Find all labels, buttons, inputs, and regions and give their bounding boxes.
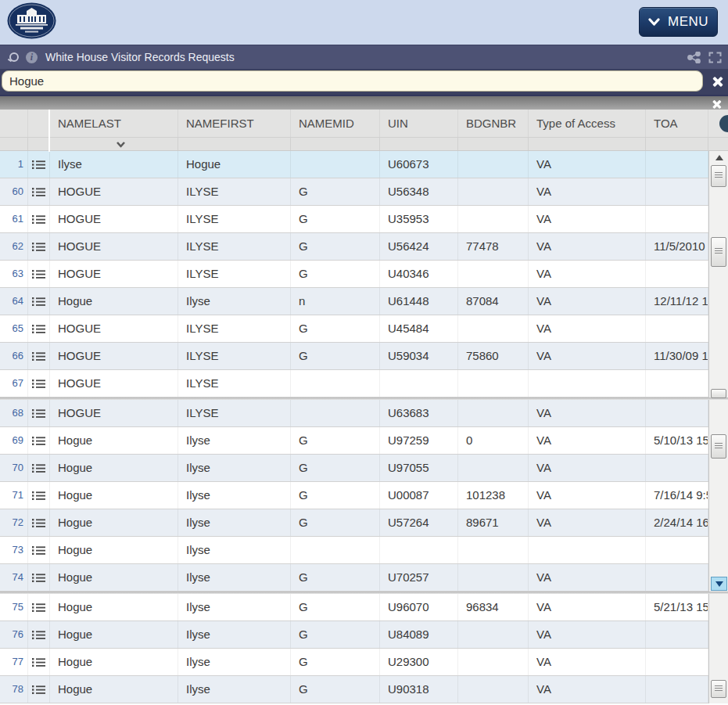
row-number[interactable]: 64 xyxy=(0,288,28,315)
row-menu-icon[interactable] xyxy=(32,160,45,170)
cell-namemid[interactable] xyxy=(291,370,380,397)
cell-uin[interactable]: U56424 xyxy=(380,233,458,260)
scrollbar-thumb[interactable] xyxy=(711,237,726,267)
cell-uin[interactable] xyxy=(380,537,458,563)
cell-access[interactable]: VA xyxy=(529,233,646,260)
row-menu-icon[interactable] xyxy=(32,602,45,613)
cell-namemid[interactable]: G xyxy=(291,261,380,287)
cell-access[interactable]: VA xyxy=(529,676,646,703)
cell-namemid[interactable]: G xyxy=(291,564,380,591)
cell-namemid[interactable] xyxy=(291,151,380,178)
row-number[interactable]: 63 xyxy=(0,261,28,287)
cell-uin[interactable]: U96070 xyxy=(380,594,458,620)
cell-namemid[interactable]: G xyxy=(291,455,380,481)
row-menu-icon[interactable] xyxy=(32,545,45,556)
row-menu-icon[interactable] xyxy=(32,573,45,583)
row-menu-icon[interactable] xyxy=(32,351,45,361)
row-number[interactable]: 76 xyxy=(0,621,28,648)
cell-bdgnbr[interactable] xyxy=(458,455,529,481)
cell-namefirst[interactable]: ILYSE xyxy=(178,178,291,205)
cell-uin[interactable]: U90318 xyxy=(380,676,458,703)
table-row[interactable]: 64HogueIlysenU6144887084VA12/11/12 1 xyxy=(0,288,708,315)
table-row[interactable]: 61HOGUEILYSEGU35953VA xyxy=(0,206,708,233)
cell-namefirst[interactable]: ILYSE xyxy=(178,343,291,369)
cell-uin[interactable]: U63683 xyxy=(380,400,458,426)
cell-namelast[interactable]: Ilyse xyxy=(50,151,178,178)
scrollbar-thumb[interactable] xyxy=(711,680,726,698)
cell-toa[interactable] xyxy=(646,676,708,703)
row-menu-cell[interactable] xyxy=(28,427,50,454)
cell-uin[interactable]: U57264 xyxy=(380,509,458,536)
cell-namelast[interactable]: HOGUE xyxy=(50,206,178,232)
expand-icon[interactable] xyxy=(708,52,722,63)
row-menu-icon[interactable] xyxy=(32,214,45,225)
cell-namelast[interactable]: HOGUE xyxy=(50,178,178,205)
cell-bdgnbr[interactable] xyxy=(458,151,529,178)
column-header-namemid[interactable]: NAMEMID xyxy=(291,110,380,137)
cell-namelast[interactable]: Hogue xyxy=(50,509,178,536)
row-menu-cell[interactable] xyxy=(28,676,50,703)
cell-namelast[interactable]: Hogue xyxy=(50,482,178,509)
cell-namelast[interactable]: HOGUE xyxy=(50,343,178,369)
table-row[interactable]: 77HogueIlyseGU29300VA xyxy=(0,649,708,676)
row-menu-icon[interactable] xyxy=(32,436,45,446)
row-menu-cell[interactable] xyxy=(28,178,50,205)
cell-toa[interactable] xyxy=(646,455,708,481)
column-header-uin[interactable]: UIN xyxy=(380,110,458,137)
cell-namefirst[interactable]: Ilyse xyxy=(178,621,291,648)
cell-namefirst[interactable]: Ilyse xyxy=(178,594,291,620)
cell-namelast[interactable]: HOGUE xyxy=(50,233,178,260)
cell-namelast[interactable]: Hogue xyxy=(50,621,178,648)
cell-bdgnbr[interactable] xyxy=(458,649,529,675)
table-row[interactable]: 60HOGUEILYSEGU56348VA xyxy=(0,178,708,206)
cell-namemid[interactable]: G xyxy=(291,178,380,205)
table-row[interactable]: 67HOGUEILYSE xyxy=(0,370,708,397)
scrollbar-track[interactable] xyxy=(708,400,728,592)
scrollbar-thumb[interactable] xyxy=(711,389,726,398)
row-menu-icon[interactable] xyxy=(32,518,45,528)
cell-bdgnbr[interactable] xyxy=(458,676,529,703)
table-row[interactable]: 65HOGUEILYSEGU45484VA xyxy=(0,315,708,343)
cell-toa[interactable]: 11/5/2010 1 xyxy=(646,233,708,260)
cell-uin[interactable]: U29300 xyxy=(380,649,458,675)
cell-uin[interactable]: U97055 xyxy=(380,455,458,481)
cell-namefirst[interactable]: Ilyse xyxy=(178,676,291,703)
row-menu-cell[interactable] xyxy=(28,370,50,397)
cell-toa[interactable] xyxy=(646,564,708,591)
cell-namefirst[interactable]: Ilyse xyxy=(178,455,291,481)
cell-access[interactable]: VA xyxy=(529,509,646,536)
row-menu-cell[interactable] xyxy=(28,482,50,509)
cell-namefirst[interactable]: Hogue xyxy=(178,151,291,178)
cell-access[interactable]: VA xyxy=(529,206,646,232)
cell-namefirst[interactable]: ILYSE xyxy=(178,315,291,342)
cell-namelast[interactable]: HOGUE xyxy=(50,400,178,426)
cell-uin[interactable]: U35953 xyxy=(380,206,458,232)
cell-access[interactable]: VA xyxy=(529,427,646,454)
row-number[interactable]: 69 xyxy=(0,427,28,454)
cell-namelast[interactable]: Hogue xyxy=(50,564,178,591)
row-number[interactable]: 71 xyxy=(0,482,28,509)
row-menu-cell[interactable] xyxy=(28,233,50,260)
table-row[interactable]: 62HOGUEILYSEGU5642477478VA11/5/2010 1 xyxy=(0,233,708,261)
cell-namefirst[interactable]: ILYSE xyxy=(178,261,291,287)
cell-namemid[interactable]: G xyxy=(291,206,380,232)
row-menu-icon[interactable] xyxy=(32,630,45,640)
info-icon[interactable]: i xyxy=(26,52,38,63)
cell-access[interactable]: VA xyxy=(529,178,646,205)
cell-toa[interactable] xyxy=(646,315,708,342)
cell-toa[interactable] xyxy=(646,178,708,205)
cell-bdgnbr[interactable]: 77478 xyxy=(458,233,529,260)
row-number[interactable]: 65 xyxy=(0,315,28,342)
sort-chevron-icon[interactable] xyxy=(116,141,126,148)
cell-toa[interactable] xyxy=(646,400,708,426)
cell-namefirst[interactable]: Ilyse xyxy=(178,288,291,315)
cell-access[interactable] xyxy=(529,537,646,563)
column-header-type-of-access[interactable]: Type of Access xyxy=(529,110,646,137)
cell-namemid[interactable]: G xyxy=(291,594,380,620)
cell-namemid[interactable]: G xyxy=(291,233,380,260)
row-number[interactable]: 68 xyxy=(0,400,28,426)
cell-access[interactable]: VA xyxy=(529,455,646,481)
row-menu-cell[interactable] xyxy=(28,151,50,178)
row-menu-cell[interactable] xyxy=(28,537,50,563)
cell-bdgnbr[interactable]: 87084 xyxy=(458,288,529,315)
